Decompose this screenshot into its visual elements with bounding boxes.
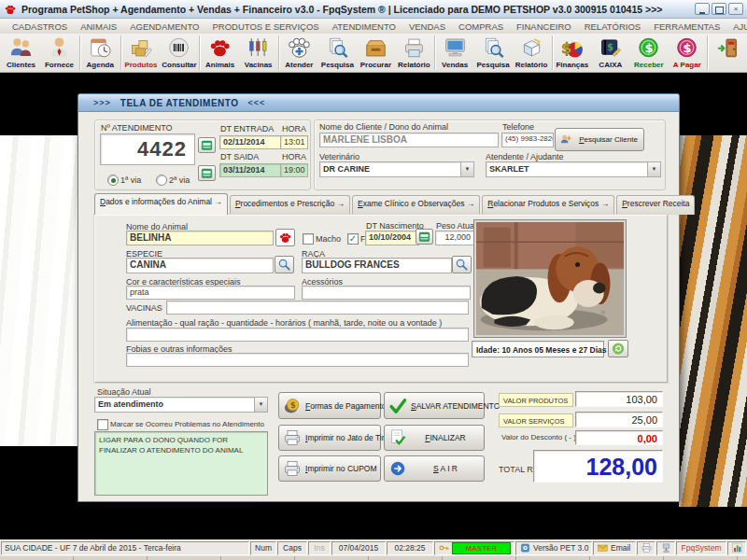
nome-cliente-field[interactable]: MARLENE LISBOA <box>319 133 499 147</box>
report-box-icon <box>519 35 544 60</box>
pesquisar-cliente-button[interactable]: Pesquisar Cliente <box>555 128 644 151</box>
calendar-nascimento-button[interactable] <box>416 229 433 245</box>
formas-pagamento-label: Formas de Pagamento <box>305 401 386 411</box>
toolbar-label: Vendas <box>442 61 468 69</box>
hora-saida-field[interactable]: 19:00 <box>280 163 308 177</box>
toolbar-receber[interactable]: $Receber <box>629 34 668 72</box>
especie-search-button[interactable] <box>275 256 294 273</box>
sair-label: S A I R <box>411 464 480 473</box>
minimize-button[interactable] <box>695 3 710 15</box>
sair-button[interactable]: S A I R <box>384 455 485 482</box>
refresh-idade-button[interactable] <box>608 340 628 357</box>
exit-door-icon <box>715 35 740 60</box>
toolbar-caixa[interactable]: $CAIXA <box>591 34 629 72</box>
status-num: Num <box>250 541 276 555</box>
menu-animais[interactable]: ANIMAIS <box>74 21 123 32</box>
toolbar-animais[interactable]: Animais <box>201 34 239 72</box>
alimentacao-field[interactable] <box>126 328 469 342</box>
toolbar-consultar[interactable]: Consultar <box>160 34 198 72</box>
menu-vendas[interactable]: VENDAS <box>402 21 452 32</box>
atendente-select[interactable]: SKARLET <box>486 161 661 177</box>
dialog-titlebar[interactable]: >>> TELA DE ATENDIMENTO <<< <box>78 94 679 112</box>
menu-produtos-e-serviços[interactable]: PRODUTOS E SERVIÇOS <box>205 21 325 32</box>
toolbar-vendas[interactable]: Vendas <box>436 34 474 72</box>
maximize-button[interactable] <box>712 3 726 15</box>
toolbar-atender[interactable]: Atender <box>280 34 318 72</box>
peso-field[interactable]: 12,000 <box>435 231 474 245</box>
hora-entrada-field[interactable]: 13:01 <box>280 135 308 149</box>
observacao-textarea[interactable]: LIGAR PARA O DONO QUANDO FOR FINALIZAR O… <box>94 431 268 496</box>
raca-search-button[interactable] <box>452 256 472 273</box>
femea-checkbox[interactable]: ✓ <box>347 233 359 245</box>
menu-cadastros[interactable]: CADASTROS <box>6 21 74 32</box>
status-chart[interactable] <box>727 541 746 555</box>
status-version: Versão PET 3.0 <box>515 541 592 555</box>
nome-animal-field[interactable]: BELINHA <box>126 231 274 245</box>
tab-5[interactable]: Prescrever Receita <box>616 195 695 215</box>
toolbar-pesquisa[interactable]: Pesquisa <box>474 34 513 72</box>
finalizar-button[interactable]: FINALIZAR <box>384 425 485 451</box>
menu-compras[interactable]: COMPRAS <box>452 21 510 32</box>
menu-relatórios[interactable]: RELATÓRIOS <box>578 21 648 32</box>
menu-ferramentas[interactable]: FERRAMENTAS <box>647 21 726 32</box>
veterinario-select[interactable]: DR CARINE <box>319 161 474 177</box>
animal-paw-button[interactable] <box>275 229 295 246</box>
imprimir-cupom-button[interactable]: Imprimir no CUPOM <box>278 455 381 482</box>
problemas-checkbox[interactable] <box>97 419 108 430</box>
fobias-field[interactable] <box>126 353 469 367</box>
imprimir-cupom-label: Imprimir no CUPOM <box>305 464 377 473</box>
close-button[interactable]: × <box>728 3 743 15</box>
toolbar-produtos[interactable]: Produtos <box>121 34 160 72</box>
vacinas-field[interactable] <box>166 301 469 315</box>
radio-1-via-label: 1ª via <box>120 175 141 185</box>
toolbar-clientes[interactable]: Clientes <box>2 34 40 72</box>
toolbar-fornece[interactable]: Fornece <box>40 34 78 72</box>
toolbar-relatório[interactable]: Relatório <box>513 34 551 72</box>
toolbar-sair[interactable] <box>709 34 747 72</box>
tab-4[interactable]: Relacionar Produtos e Serviços → <box>482 195 614 215</box>
toolbar-group: Agenda <box>81 34 120 72</box>
idade-display: Idade: 10 Anos 05 Meses e 27 Dias <box>472 341 604 357</box>
status-email[interactable]: Email <box>593 541 636 555</box>
toolbar-separator <box>278 35 279 70</box>
tab-1[interactable]: Dados e informações do Animal → <box>94 193 228 215</box>
status-network[interactable] <box>656 541 675 555</box>
telefone-field[interactable]: (45) 9983-2820 <box>501 133 554 147</box>
imprimir-jato-button[interactable]: Imprimir no Jato de Tinta <box>278 425 381 451</box>
situacao-select[interactable]: Em atendimento <box>94 397 268 413</box>
especie-field[interactable]: CANINA <box>126 258 274 273</box>
desconto-field[interactable]: 0,00 <box>575 430 663 445</box>
raca-field[interactable]: BULLDOG FRANCES <box>302 258 452 273</box>
radio-1-via[interactable] <box>107 175 119 186</box>
macho-checkbox[interactable] <box>303 233 314 245</box>
atendimento-window: >>> TELA DE ATENDIMENTO <<< Nº ATENDIMEN… <box>78 93 680 502</box>
cashbook-icon: $ <box>598 35 623 60</box>
tab-3[interactable]: Exame Clínico e Observações → <box>352 195 480 215</box>
toolbar-finanças[interactable]: $Finanças <box>553 34 591 72</box>
radio-2-via[interactable] <box>156 175 167 186</box>
calendar-saida-button[interactable] <box>198 165 216 181</box>
salvar-atendimento-button[interactable]: SALVAR ATENDIMENTO <box>384 392 485 419</box>
toolbar-agenda[interactable]: Agenda <box>81 34 120 72</box>
toolbar-a-pagar[interactable]: $A Pagar <box>668 34 706 72</box>
cor-field[interactable]: prata <box>126 286 295 300</box>
dt-entrada-field[interactable]: 02/11/2014 <box>219 135 281 149</box>
acessorios-field[interactable] <box>302 286 471 300</box>
menu-atendimento[interactable]: ATENDIMENTO <box>326 21 402 32</box>
taskbar-strip <box>0 556 747 560</box>
dt-saida-field[interactable]: 03/11/2014 <box>219 163 281 177</box>
calendar-entrada-button[interactable] <box>198 137 216 153</box>
dt-nascimento-field[interactable]: 10/10/2004 <box>365 231 419 245</box>
tab-2[interactable]: Procedimentos e Prescrição → <box>230 195 350 215</box>
menu-ajuda[interactable]: AJUDA <box>726 21 747 32</box>
menu-agendamento[interactable]: AGENDAMENTO <box>123 21 205 32</box>
toolbar-pesquisa[interactable]: Pesquisa <box>318 34 357 72</box>
status-user: MASTER <box>434 541 514 555</box>
toolbar-relatório[interactable]: Relatório <box>395 34 433 72</box>
status-printer[interactable] <box>637 541 655 555</box>
title-suffix: <<< <box>248 98 266 107</box>
toolbar-vacinas[interactable]: Vacinas <box>239 34 277 72</box>
menu-financeiro[interactable]: FINANCEIRO <box>510 21 578 32</box>
toolbar-procurar[interactable]: Procurar <box>357 34 395 72</box>
formas-pagamento-button[interactable]: $ Formas de Pagamento <box>278 392 381 419</box>
